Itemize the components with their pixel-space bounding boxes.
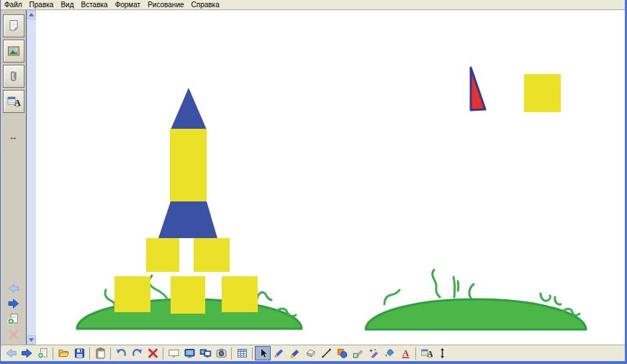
rocket-base[interactable] bbox=[158, 201, 217, 238]
screen-shade-button[interactable] bbox=[166, 346, 181, 360]
menubar: Файл Правка Вид Вставка Формат Рисование… bbox=[1, 0, 625, 10]
menu-help[interactable]: Справка bbox=[188, 0, 223, 9]
arrow-left-icon bbox=[5, 347, 17, 359]
clipboard-icon bbox=[94, 347, 107, 359]
grass-stroke[interactable] bbox=[469, 284, 474, 298]
toolbar-separator bbox=[89, 347, 90, 360]
grass-stroke[interactable] bbox=[257, 292, 271, 300]
properties-icon: A bbox=[420, 347, 433, 359]
paint-bucket-icon bbox=[384, 347, 396, 359]
full-screen-button[interactable] bbox=[181, 346, 197, 360]
pen-tool-button[interactable] bbox=[271, 346, 287, 360]
magic-pen-icon bbox=[368, 347, 380, 359]
canvas-scrollbar[interactable] bbox=[27, 10, 36, 345]
grass-stroke[interactable] bbox=[458, 281, 459, 291]
page-icon bbox=[6, 19, 21, 33]
toolbar-separator bbox=[110, 347, 111, 360]
up-down-arrow-icon bbox=[436, 347, 448, 359]
undo-arrow-icon bbox=[115, 347, 127, 359]
rocket-body[interactable] bbox=[170, 129, 207, 202]
redo-button[interactable] bbox=[129, 346, 145, 360]
picture-icon bbox=[6, 44, 21, 58]
menu-view[interactable]: Вид bbox=[57, 0, 77, 9]
grass-stroke[interactable] bbox=[541, 294, 550, 301]
grass-stroke[interactable] bbox=[105, 290, 114, 307]
arrow-left-icon[interactable] bbox=[8, 283, 19, 294]
sidebar-tab-page-sorter[interactable] bbox=[3, 14, 24, 37]
eraser-tool-button[interactable] bbox=[302, 346, 318, 360]
menu-insert[interactable]: Вставка bbox=[77, 0, 111, 9]
sidebar-tab-attachments[interactable] bbox=[3, 65, 24, 88]
grass-stroke[interactable] bbox=[149, 276, 168, 300]
text-tool-button[interactable]: A bbox=[397, 346, 413, 360]
dual-monitor-icon bbox=[199, 347, 212, 359]
rocket-nose-cone[interactable] bbox=[171, 88, 207, 129]
screen-shade-icon bbox=[168, 347, 180, 359]
sidebar-expander[interactable]: ↔ bbox=[9, 132, 18, 141]
menu-format[interactable]: Формат bbox=[112, 0, 145, 9]
flag-triangle[interactable] bbox=[471, 68, 485, 110]
next-page-button[interactable] bbox=[19, 346, 35, 360]
pen-icon bbox=[273, 347, 285, 359]
sidebar: A ↔ bbox=[1, 10, 27, 345]
drawing-scene[interactable] bbox=[36, 10, 625, 345]
properties-icon: A bbox=[6, 94, 21, 109]
add-page-button[interactable] bbox=[35, 346, 50, 360]
delete-x-icon[interactable] bbox=[8, 329, 19, 340]
fill-tool-button[interactable] bbox=[382, 346, 397, 360]
grass-stroke[interactable] bbox=[454, 277, 455, 297]
shapes-tool-button[interactable] bbox=[334, 346, 350, 360]
sidebar-tab-gallery[interactable] bbox=[3, 40, 24, 63]
paste-button[interactable] bbox=[92, 346, 108, 360]
table-button[interactable] bbox=[234, 346, 250, 360]
line-tool-button[interactable] bbox=[318, 346, 334, 360]
highlighter-tool-button[interactable] bbox=[287, 346, 302, 360]
add-page-icon bbox=[37, 347, 49, 359]
block-middle-left[interactable] bbox=[146, 238, 179, 272]
scroll-down-icon[interactable] bbox=[27, 335, 36, 345]
previous-page-button[interactable] bbox=[3, 346, 19, 360]
arrow-right-icon bbox=[21, 347, 33, 359]
menu-edit[interactable]: Правка bbox=[26, 0, 58, 9]
highlighter-icon bbox=[289, 347, 301, 359]
camera-icon bbox=[215, 347, 227, 359]
toolbar-move-button[interactable] bbox=[434, 346, 450, 360]
save-button[interactable] bbox=[71, 346, 87, 360]
page-canvas[interactable] bbox=[36, 10, 625, 345]
shapes-icon bbox=[336, 347, 348, 359]
block-middle-right[interactable] bbox=[194, 238, 230, 272]
delete-button[interactable] bbox=[145, 346, 161, 360]
right-hill[interactable] bbox=[366, 299, 586, 329]
arrow-right-icon[interactable] bbox=[8, 298, 19, 309]
open-button[interactable] bbox=[55, 346, 71, 360]
scroll-up-icon[interactable] bbox=[27, 10, 36, 19]
toolbar-separator bbox=[163, 347, 163, 360]
sidebar-nav bbox=[7, 283, 19, 340]
block-bottom-right[interactable] bbox=[222, 276, 258, 312]
grass-stroke[interactable] bbox=[384, 290, 400, 304]
screen-capture-button[interactable] bbox=[213, 346, 229, 360]
menu-draw[interactable]: Рисование bbox=[144, 0, 187, 9]
block-bottom-left[interactable] bbox=[114, 276, 150, 312]
yellow-square[interactable] bbox=[524, 74, 561, 112]
dual-display-button[interactable] bbox=[197, 346, 213, 360]
grass-stroke[interactable] bbox=[555, 297, 561, 304]
sidebar-tab-properties[interactable]: A bbox=[3, 90, 24, 113]
properties-button[interactable]: A bbox=[418, 346, 434, 360]
toolbar-separator bbox=[231, 347, 232, 360]
undo-button[interactable] bbox=[113, 346, 129, 360]
grass-stroke[interactable] bbox=[433, 270, 440, 297]
add-page-icon[interactable] bbox=[7, 313, 19, 325]
toolbar-separator bbox=[53, 347, 53, 360]
magic-pen-button[interactable] bbox=[366, 346, 382, 360]
svg-text:A: A bbox=[402, 348, 408, 358]
block-bottom-middle[interactable] bbox=[171, 276, 205, 314]
menu-file[interactable]: Файл bbox=[1, 0, 26, 9]
select-tool-button[interactable] bbox=[255, 346, 271, 360]
table-grid-icon bbox=[236, 347, 248, 359]
toolbar-separator bbox=[252, 347, 253, 360]
app-window: Файл Правка Вид Вставка Формат Рисование… bbox=[0, 0, 627, 364]
scrollbar-track[interactable] bbox=[27, 19, 36, 335]
floppy-disk-icon bbox=[73, 347, 86, 359]
shape-recognition-pen-button[interactable] bbox=[350, 346, 366, 360]
